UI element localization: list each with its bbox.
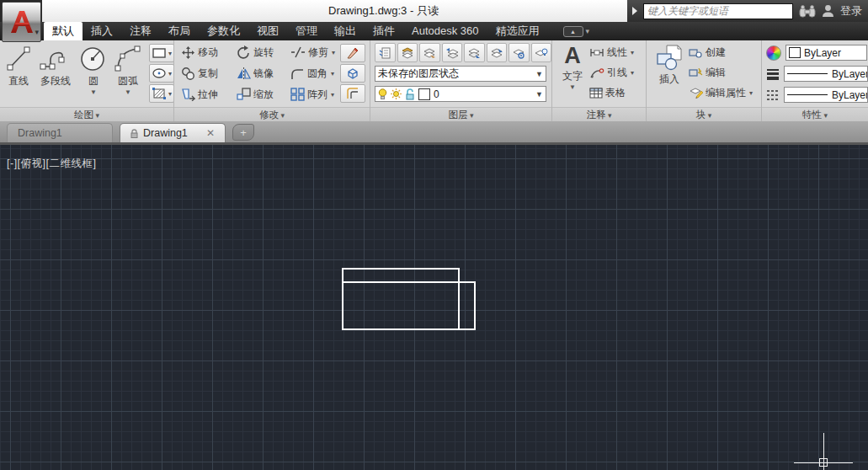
linear-dimension-button[interactable]: 线性 ▾ bbox=[589, 42, 634, 62]
fillet-icon bbox=[290, 67, 305, 80]
scale-icon bbox=[237, 88, 251, 101]
layer-previous-icon bbox=[445, 47, 459, 59]
ellipse-tool-button[interactable]: ▾ bbox=[149, 64, 174, 83]
layer-prev-button[interactable] bbox=[442, 43, 463, 62]
layer-isolate-icon bbox=[467, 47, 481, 59]
new-tab-button[interactable]: + bbox=[232, 124, 254, 141]
ribbon-tab-addins[interactable]: 插件 bbox=[365, 22, 403, 40]
panel-caption-modify[interactable]: 修改 bbox=[174, 107, 370, 121]
mirror-button[interactable]: 镜像 bbox=[237, 63, 290, 83]
panel-block: 插入 创建 bbox=[647, 40, 762, 121]
layer-settings-button[interactable] bbox=[509, 43, 530, 62]
linetype-icon[interactable] bbox=[766, 89, 780, 101]
app-logo-button[interactable]: ▾ bbox=[2, 2, 41, 42]
rectangle-tool-button[interactable]: ▾ bbox=[149, 44, 174, 62]
ribbon-tab-annotate[interactable]: 注释 bbox=[121, 22, 160, 40]
leader-button[interactable]: 引线 ▾ bbox=[589, 62, 634, 83]
offset-button[interactable] bbox=[340, 84, 365, 103]
arc-icon bbox=[112, 43, 144, 73]
layer-off-button[interactable] bbox=[531, 43, 552, 62]
ribbon-tab-layout[interactable]: 布局 bbox=[160, 22, 199, 40]
login-button[interactable]: 登录 bbox=[840, 3, 862, 19]
plus-icon: + bbox=[240, 127, 247, 138]
linetype-dropdown[interactable]: ByLayer bbox=[784, 87, 868, 103]
polyline-button[interactable]: 多段线 bbox=[35, 40, 77, 88]
hatch-tool-icon bbox=[152, 88, 167, 99]
trim-icon bbox=[290, 46, 306, 58]
line-button[interactable]: 直线 bbox=[3, 40, 35, 88]
lineweight-dropdown[interactable]: ByLayer bbox=[784, 66, 868, 82]
layer-match-button[interactable] bbox=[397, 43, 418, 62]
panel-caption-block[interactable]: 块 bbox=[647, 107, 761, 121]
layer-sun-icon[interactable] bbox=[391, 88, 402, 99]
erase-button[interactable] bbox=[340, 44, 365, 62]
stretch-button[interactable]: 拉伸 bbox=[181, 84, 237, 104]
layer-unlock-icon[interactable] bbox=[405, 88, 415, 100]
drawing-canvas[interactable]: [-][俯视][二维线框] bbox=[0, 145, 868, 470]
autocad-window: Drawing1.dwg:3 - 只读 登录 bbox=[0, 0, 868, 470]
edit-block-icon bbox=[689, 67, 703, 78]
linetype-sample-line bbox=[787, 94, 828, 95]
layer-dropdown[interactable]: 0 ▼ bbox=[375, 86, 546, 102]
ribbon-minimize-arrow-icon: ▾ bbox=[586, 27, 590, 35]
lineweight-icon[interactable] bbox=[766, 68, 780, 80]
move-button[interactable]: 移动 bbox=[181, 42, 237, 62]
user-icon[interactable] bbox=[822, 4, 834, 18]
search-binoculars-icon[interactable] bbox=[799, 5, 816, 18]
arc-button[interactable]: 圆弧 ▼ bbox=[110, 40, 146, 94]
file-tab-drawing1-active[interactable]: Drawing1 ✕ bbox=[120, 123, 226, 142]
chevron-down-icon: ▼ bbox=[569, 85, 576, 89]
drawn-rectangle[interactable] bbox=[342, 281, 476, 330]
panel-caption-properties[interactable]: 特性 bbox=[762, 107, 868, 121]
infocenter-collapse-icon[interactable] bbox=[632, 7, 637, 15]
scale-button[interactable]: 缩放 bbox=[237, 84, 290, 104]
ribbon-tab-view[interactable]: 视图 bbox=[248, 22, 287, 40]
current-layer-name: 0 bbox=[434, 88, 439, 100]
explode-icon bbox=[346, 67, 359, 80]
panel-layers: 未保存的图层状态 ▼ bbox=[370, 40, 552, 121]
line-icon bbox=[4, 43, 33, 73]
insert-block-button[interactable]: 插入 bbox=[650, 40, 689, 108]
copy-button[interactable]: 复制 bbox=[181, 63, 237, 83]
layer-on-bulb-icon[interactable] bbox=[378, 88, 387, 100]
mirror-icon bbox=[237, 67, 251, 80]
close-tab-icon[interactable]: ✕ bbox=[206, 127, 215, 139]
infocenter: 登录 bbox=[627, 0, 868, 22]
text-button[interactable]: A 文字 ▼ bbox=[556, 40, 589, 108]
panel-caption-draw[interactable]: 绘图 bbox=[0, 107, 173, 121]
file-tab-drawing1[interactable]: Drawing1 bbox=[7, 123, 113, 142]
search-input[interactable] bbox=[643, 3, 793, 19]
layer-freeze-icon bbox=[423, 47, 436, 59]
layer-freeze-button[interactable] bbox=[419, 43, 440, 62]
ribbon-minimize-button[interactable]: ▲ ▾ bbox=[563, 22, 590, 40]
color-wheel-icon[interactable] bbox=[766, 45, 781, 61]
ribbon-tab-featured-apps[interactable]: 精选应用 bbox=[487, 22, 548, 40]
chevron-down-icon: ▾ bbox=[168, 90, 172, 98]
layer-unisolate-button[interactable] bbox=[487, 43, 508, 62]
layer-isolate-button[interactable] bbox=[464, 43, 485, 62]
panel-caption-layers[interactable]: 图层 bbox=[370, 107, 551, 121]
viewport-controls-label[interactable]: [-][俯视][二维线框] bbox=[7, 157, 97, 171]
ribbon-tab-autodesk360[interactable]: Autodesk 360 bbox=[403, 22, 487, 40]
layer-properties-button[interactable] bbox=[375, 43, 396, 62]
ribbon-tab-output[interactable]: 输出 bbox=[326, 22, 365, 40]
chevron-down-icon: ▾ bbox=[331, 70, 334, 77]
layer-color-swatch[interactable] bbox=[418, 88, 430, 100]
table-button[interactable]: 表格 bbox=[589, 83, 634, 103]
create-block-button[interactable]: 创建 bbox=[689, 42, 753, 62]
edit-block-button[interactable]: 编辑 bbox=[689, 62, 753, 83]
ribbon-tab-home[interactable]: 默认 bbox=[44, 22, 83, 40]
ribbon-tab-insert[interactable]: 插入 bbox=[83, 22, 121, 40]
hatch-tool-button[interactable]: ▾ bbox=[149, 84, 174, 103]
explode-button[interactable] bbox=[340, 64, 365, 83]
ribbon-tab-parametric[interactable]: 参数化 bbox=[199, 22, 248, 40]
lineweight-sample-line bbox=[787, 73, 828, 74]
object-color-dropdown[interactable]: ByLayer bbox=[785, 45, 867, 61]
panel-caption-annotation[interactable]: 注释 bbox=[552, 107, 646, 121]
circle-button[interactable]: 圆 ▼ bbox=[77, 40, 110, 94]
edit-attributes-button[interactable]: 编辑属性 ▾ bbox=[689, 83, 753, 103]
rotate-button[interactable]: 旋转 bbox=[237, 42, 290, 62]
layer-state-dropdown[interactable]: 未保存的图层状态 ▼ bbox=[375, 66, 546, 82]
ribbon-tab-manage[interactable]: 管理 bbox=[287, 22, 326, 40]
layer-bulb-icon bbox=[535, 47, 548, 59]
